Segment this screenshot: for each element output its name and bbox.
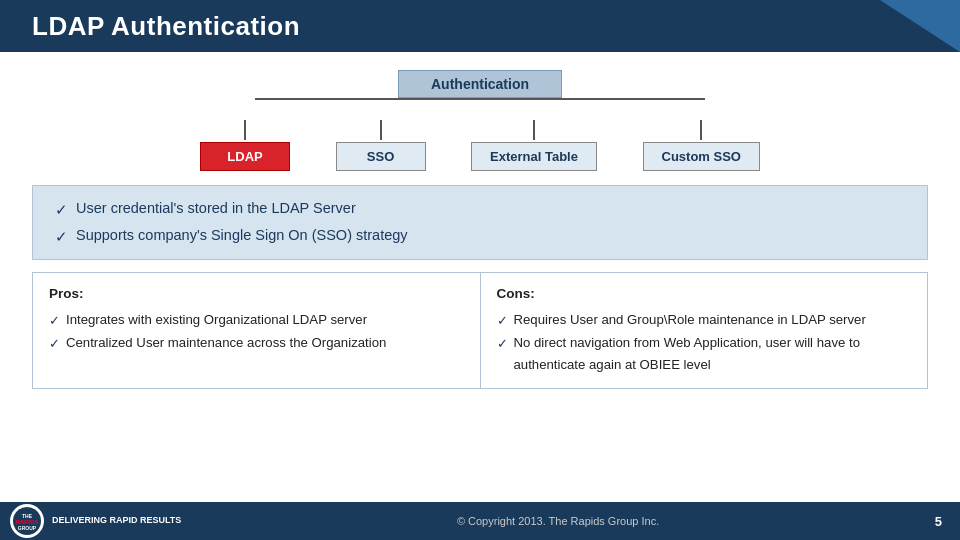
auth-col-ldap: LDAP (200, 120, 290, 171)
page-footer: THE RAPIDS GROUP DELIVERING RAPID RESULT… (0, 502, 960, 540)
pros-text-1: Integrates with existing Organizational … (66, 309, 367, 330)
auth-box-ldap: LDAP (200, 142, 290, 171)
cons-item-1: ✓ Requires User and Group\Role maintenan… (497, 309, 912, 332)
cons-checkmark-2: ✓ (497, 334, 508, 355)
checkmark-icon-1: ✓ (55, 197, 68, 223)
cons-title: Cons: (497, 283, 912, 305)
bullet-text-2: Supports company's Single Sign On (SSO) … (76, 223, 408, 248)
auth-box-custom: Custom SSO (643, 142, 760, 171)
auth-col-custom: Custom SSO (643, 120, 760, 171)
footer-page-number: 5 (935, 514, 942, 529)
auth-diagram: Authentication LDAP SSO External Table C… (32, 70, 928, 171)
bullet-text-1: User credential's stored in the LDAP Ser… (76, 196, 356, 221)
bullet-item-1: ✓ User credential's stored in the LDAP S… (55, 196, 905, 223)
footer-copyright: © Copyright 2013. The Rapids Group Inc. (181, 515, 934, 527)
auth-box-external: External Table (471, 142, 597, 171)
cons-text-2: No direct navigation from Web Applicatio… (514, 332, 912, 374)
main-content: Authentication LDAP SSO External Table C… (0, 52, 960, 389)
auth-boxes-row: LDAP SSO External Table Custom SSO (200, 120, 760, 171)
pros-item-1: ✓ Integrates with existing Organizationa… (49, 309, 464, 332)
logo-text: DELIVERING RAPID RESULTS (52, 515, 181, 527)
auth-col-sso: SSO (336, 120, 426, 171)
bullet-section: ✓ User credential's stored in the LDAP S… (32, 185, 928, 260)
auth-col-external: External Table (471, 120, 597, 171)
header-decoration (840, 0, 960, 52)
cons-column: Cons: ✓ Requires User and Group\Role mai… (481, 273, 928, 388)
auth-top-box: Authentication (398, 70, 562, 98)
logo-tagline: DELIVERING RAPID RESULTS (52, 515, 181, 527)
pros-text-2: Centralized User maintenance across the … (66, 332, 386, 353)
page-title: LDAP Authentication (32, 11, 300, 42)
pros-checkmark-2: ✓ (49, 334, 60, 355)
pros-item-2: ✓ Centralized User maintenance across th… (49, 332, 464, 355)
bullet-item-2: ✓ Supports company's Single Sign On (SSO… (55, 223, 905, 250)
pros-title: Pros: (49, 283, 464, 305)
pros-cons-section: Pros: ✓ Integrates with existing Organiz… (32, 272, 928, 389)
checkmark-icon-2: ✓ (55, 224, 68, 250)
pros-column: Pros: ✓ Integrates with existing Organiz… (33, 273, 481, 388)
cons-checkmark-1: ✓ (497, 311, 508, 332)
cons-item-2: ✓ No direct navigation from Web Applicat… (497, 332, 912, 374)
auth-connector-lines (200, 98, 760, 120)
logo-circle: THE RAPIDS GROUP (10, 504, 44, 538)
svg-text:GROUP: GROUP (18, 525, 37, 531)
cons-text-1: Requires User and Group\Role maintenance… (514, 309, 866, 330)
page-header: LDAP Authentication (0, 0, 960, 52)
footer-logo: THE RAPIDS GROUP DELIVERING RAPID RESULT… (10, 504, 181, 538)
pros-checkmark-1: ✓ (49, 311, 60, 332)
rapids-logo-svg: THE RAPIDS GROUP (12, 506, 42, 536)
auth-box-sso: SSO (336, 142, 426, 171)
